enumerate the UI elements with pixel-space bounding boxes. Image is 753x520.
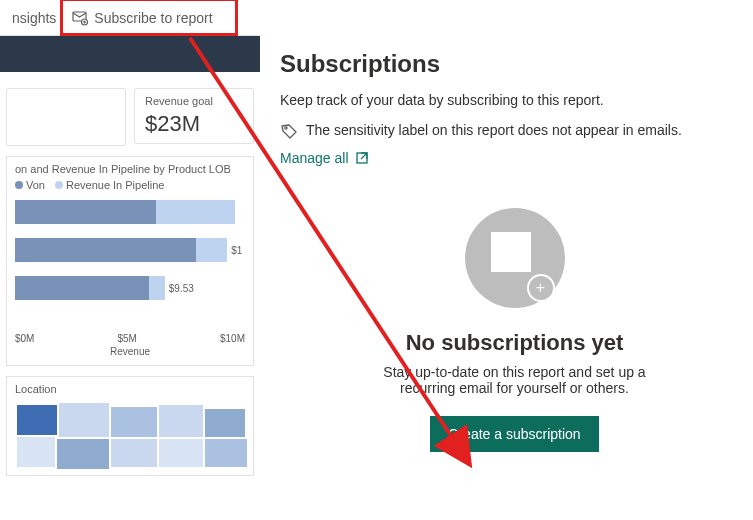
chart-x-axis: $0M $5M $10M (15, 333, 245, 344)
bar-row (15, 199, 245, 225)
create-subscription-button[interactable]: Create a subscription (430, 416, 598, 452)
bar-chart-card[interactable]: on and Revenue In Pipeline by Product LO… (6, 156, 254, 366)
subscribe-icon (72, 10, 88, 26)
empty-state-title: No subscriptions yet (406, 330, 624, 356)
x-tick: $10M (220, 333, 245, 344)
kpi-card-revenue-goal[interactable]: Revenue goal $23M (134, 88, 254, 144)
empty-state-body: Stay up-to-date on this report and set u… (355, 364, 675, 396)
kpi-cards-row: Revenue goal $23M (0, 72, 260, 156)
choropleth-map (15, 395, 254, 475)
insights-button[interactable]: nsights (4, 6, 64, 30)
open-external-icon (355, 151, 369, 165)
map-card[interactable]: Location (6, 376, 254, 476)
subscribe-to-report-button[interactable]: Subscribe to report (64, 6, 220, 30)
panel-subtitle: Keep track of your data by subscribing t… (280, 92, 749, 108)
x-axis-label: Revenue (15, 346, 245, 357)
sensitivity-text: The sensitivity label on this report doe… (306, 122, 682, 138)
kpi-value: $23M (145, 111, 243, 137)
insights-label: nsights (12, 10, 56, 26)
bar-segment-a (15, 238, 196, 262)
bar-segment-a (15, 200, 156, 224)
sensitivity-info: The sensitivity label on this report doe… (280, 122, 749, 140)
legend-swatch-a (15, 181, 23, 189)
chart-bars: $1$9.53 (15, 199, 245, 329)
x-tick: $0M (15, 333, 34, 344)
svg-rect-8 (57, 439, 109, 469)
svg-rect-11 (205, 439, 247, 467)
svg-rect-6 (205, 409, 245, 437)
bar-value-label: $9.53 (169, 283, 194, 294)
svg-rect-3 (59, 403, 109, 437)
report-header-strip (0, 36, 260, 72)
kpi-label: Revenue goal (145, 95, 243, 107)
bar-value-label: $1 (231, 245, 242, 256)
bar-segment-b (156, 200, 235, 224)
legend-swatch-b (55, 181, 63, 189)
svg-rect-4 (111, 407, 157, 437)
legend-label-b: Revenue In Pipeline (66, 179, 164, 191)
legend-label-a: Von (26, 179, 45, 191)
chart-title: on and Revenue In Pipeline by Product LO… (15, 163, 245, 175)
panel-title: Subscriptions (280, 50, 749, 78)
empty-state: No subscriptions yet Stay up-to-date on … (280, 208, 749, 452)
kpi-card-blank[interactable] (6, 88, 126, 146)
bar-segment-b (196, 238, 227, 262)
svg-rect-10 (159, 439, 203, 467)
map-title: Location (15, 383, 245, 395)
create-subscription-label: Create a subscription (448, 426, 580, 442)
report-canvas: Revenue goal $23M on and Revenue In Pipe… (0, 36, 260, 520)
chart-legend: Von Revenue In Pipeline (15, 179, 245, 191)
svg-rect-2 (17, 405, 57, 435)
bar-segment-a (15, 276, 149, 300)
manage-all-link[interactable]: Manage all (280, 150, 369, 166)
manage-all-label: Manage all (280, 150, 349, 166)
x-tick: $5M (117, 333, 136, 344)
svg-rect-7 (17, 437, 55, 467)
bar-row: $9.53 (15, 275, 245, 301)
svg-point-12 (285, 127, 287, 129)
svg-rect-9 (111, 439, 157, 467)
subscriptions-panel: Subscriptions Keep track of your data by… (260, 0, 753, 520)
bar-row: $1 (15, 237, 245, 263)
svg-rect-5 (159, 405, 203, 437)
tag-icon (280, 122, 298, 140)
subscribe-label: Subscribe to report (94, 10, 212, 26)
empty-state-icon (465, 208, 565, 308)
report-toolbar: nsights Subscribe to report (0, 0, 260, 36)
bar-segment-b (149, 276, 165, 300)
